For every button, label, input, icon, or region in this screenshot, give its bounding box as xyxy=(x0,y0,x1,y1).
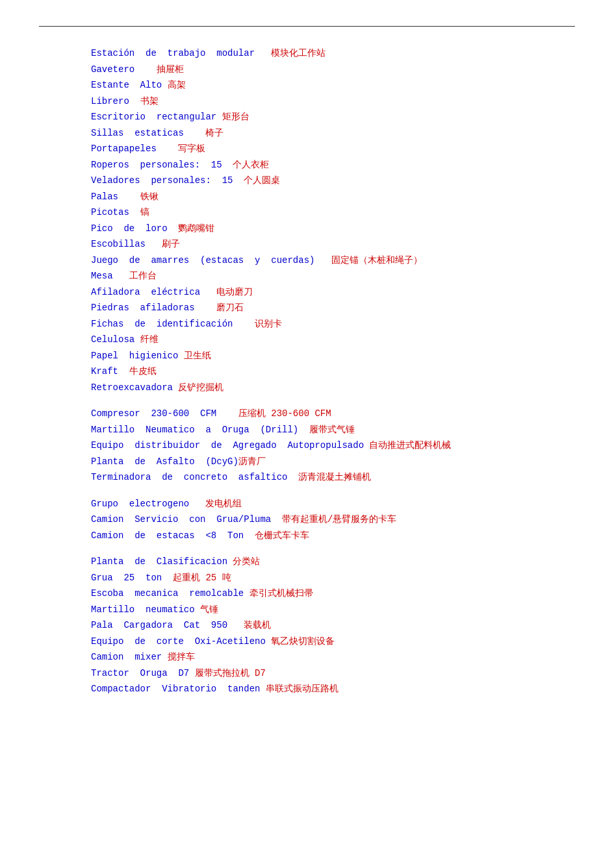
item-line: Celulosa 纤维 xyxy=(91,332,575,348)
item-line: Piedras afiladoras 磨刀石 xyxy=(91,300,575,316)
item-line: Escobillas 刷子 xyxy=(91,236,575,253)
chinese-text: 履带式气锤 xyxy=(309,422,355,438)
chinese-text: 带有起重机/悬臂服务的卡车 xyxy=(282,512,396,528)
chinese-text: 反铲挖掘机 xyxy=(178,380,224,396)
spanish-text: Escobillas xyxy=(91,236,146,253)
spanish-text: Pala Cargadora Cat 950 xyxy=(91,617,227,634)
spanish-text: Celulosa xyxy=(91,332,134,348)
chinese-text: 起重机 25 吨 xyxy=(173,570,231,586)
item-line: Veladores personales: 15 个人圆桌 xyxy=(91,173,575,189)
item-line: Equipo distribuidor de Agregado Autoprop… xyxy=(91,438,575,454)
item-line: Grupo electrogeno 发电机组 xyxy=(91,496,575,512)
chinese-text: 抽屉柜 xyxy=(157,62,184,78)
gap-space xyxy=(195,602,200,618)
item-line: Sillas estaticas 椅子 xyxy=(91,125,575,142)
gap-space xyxy=(200,284,216,301)
gap-space xyxy=(184,125,206,142)
spanish-text: Equipo distribuidor de Agregado Autoprop… xyxy=(91,438,364,454)
spanish-text: Fichas de identificación xyxy=(91,316,233,332)
spanish-text: Compactador Vibratorio tanden xyxy=(91,681,260,697)
item-line: Martillo neumatico 气锤 xyxy=(91,602,575,618)
chinese-text: 工作台 xyxy=(129,268,157,284)
chinese-text: 矩形台 xyxy=(222,109,249,125)
spanish-text: Sillas estaticas xyxy=(91,125,184,142)
chinese-text: 鹦鹉嘴钳 xyxy=(178,221,214,237)
chinese-text: 串联式振动压路机 xyxy=(266,681,339,697)
gap-space xyxy=(244,528,255,544)
chinese-text: 识别卡 xyxy=(255,316,282,332)
item-line: Tractor Oruga D7 履带式拖拉机 D7 xyxy=(91,665,575,682)
item-line: Palas 铁锹 xyxy=(91,189,575,205)
spanish-text: Librero xyxy=(91,93,129,110)
item-line: Mesa 工作台 xyxy=(91,268,575,284)
gap-space xyxy=(168,221,179,237)
spanish-text: Planta de Asfalto (DcyG) xyxy=(91,454,238,470)
spanish-text: Estación de trabajo modular xyxy=(91,45,255,62)
chinese-text: 装载机 xyxy=(244,617,271,634)
item-line: Afiladora eléctrica 电动磨刀 xyxy=(91,284,575,301)
gap-space xyxy=(271,512,282,528)
chinese-text: 纤维 xyxy=(140,332,159,348)
item-line: Kraft 牛皮纸 xyxy=(91,364,575,380)
item-line: Escoba mecanica remolcable 牵引式机械扫帚 xyxy=(91,586,575,602)
item-line: Juego de amarres (estacas y cuerdas) 固定锚… xyxy=(91,253,575,269)
item-line: Compactador Vibratorio tanden 串联式振动压路机 xyxy=(91,681,575,697)
chinese-text: 履带式拖拉机 D7 xyxy=(195,665,266,682)
item-line: Planta de Clasificacion 分类站 xyxy=(91,554,575,570)
item-line: Estación de trabajo modular 模块化工作站 xyxy=(91,45,575,62)
item-line: Planta de Asfalto (DcyG)沥青厂 xyxy=(91,454,575,470)
spanish-text: Escoba mecanica remolcable xyxy=(91,586,244,602)
chinese-text: 卫生纸 xyxy=(184,348,211,364)
item-line xyxy=(91,486,575,496)
chinese-text: 椅子 xyxy=(205,125,224,142)
gap-space xyxy=(227,617,244,634)
item-line: Compresor 230-600 CFM 压缩机 230-600 CFM xyxy=(91,406,575,422)
item-line: Grua 25 ton 起重机 25 吨 xyxy=(91,570,575,586)
spanish-text: Camion mixer xyxy=(91,649,162,665)
chinese-text: 仓栅式车卡车 xyxy=(255,528,309,544)
chinese-text: 压缩机 230-600 CFM xyxy=(238,406,331,422)
gap-space xyxy=(233,173,244,189)
chinese-text: 个人衣柜 xyxy=(233,157,269,173)
spanish-text: Grua 25 ton xyxy=(91,570,162,586)
item-line xyxy=(91,543,575,554)
item-line: Martillo Neumatico a Oruga (Drill) 履带式气锤 xyxy=(91,422,575,438)
spanish-text: Juego de amarres (estacas y cuerdas) xyxy=(91,253,314,269)
chinese-text: 氧乙炔切割设备 xyxy=(271,634,335,650)
gap-space xyxy=(298,422,309,438)
chinese-text: 牛皮纸 xyxy=(129,364,157,380)
spanish-text: Mesa xyxy=(91,268,113,284)
item-line: Fichas de identificación 识别卡 xyxy=(91,316,575,332)
chinese-text: 搅拌车 xyxy=(168,649,195,665)
gap-space xyxy=(134,332,140,348)
spanish-text: Grupo electrogeno xyxy=(91,496,189,512)
spanish-text: Terminadora de concreto asfaltico xyxy=(91,469,287,486)
spanish-text: Camion de estacas <8 Ton xyxy=(91,528,244,544)
chinese-text: 模块化工作站 xyxy=(271,45,326,62)
top-border xyxy=(39,26,575,27)
item-line: Terminadora de concreto asfaltico 沥青混凝土摊… xyxy=(91,469,575,486)
chinese-text: 固定锚（木桩和绳子） xyxy=(331,253,422,269)
gap-space xyxy=(255,45,271,62)
chinese-text: 发电机组 xyxy=(205,496,242,512)
gap-space xyxy=(227,554,233,570)
chinese-text: 分类站 xyxy=(233,554,260,570)
gap-space xyxy=(178,348,183,364)
chinese-text: 个人圆桌 xyxy=(244,173,280,189)
spanish-text: Retroexcavadora xyxy=(91,380,173,396)
spanish-text: Planta de Clasificacion xyxy=(91,554,227,570)
spanish-text: Compresor 230-600 CFM xyxy=(91,406,216,422)
spanish-text: Veladores personales: 15 xyxy=(91,173,233,189)
gap-space xyxy=(314,253,331,269)
chinese-text: 自动推进式配料机械 xyxy=(369,438,451,454)
item-line: Camion de estacas <8 Ton 仓栅式车卡车 xyxy=(91,528,575,544)
item-line: Pala Cargadora Cat 950 装载机 xyxy=(91,617,575,634)
spanish-text: Picotas xyxy=(91,205,129,221)
gap-space xyxy=(195,300,217,316)
gap-space xyxy=(233,316,255,332)
chinese-text: 刷子 xyxy=(162,236,180,253)
gap-space xyxy=(266,634,271,650)
spanish-text: Gavetero xyxy=(91,62,134,78)
spanish-text: Tractor Oruga D7 xyxy=(91,665,189,682)
gap-space xyxy=(113,268,129,284)
